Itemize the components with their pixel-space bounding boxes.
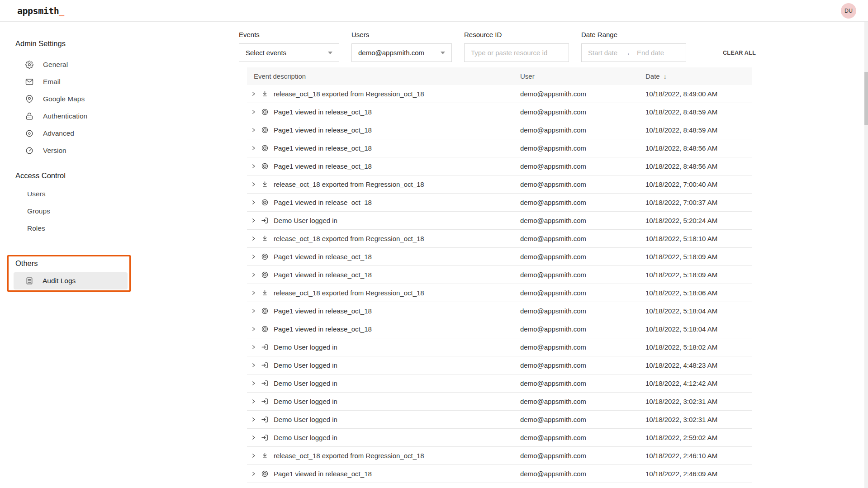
event-description-cell: Demo User logged in	[247, 433, 520, 442]
date-cell: 10/18/2022, 8:48:56 AM	[645, 162, 752, 170]
chevron-down-icon	[328, 52, 332, 54]
table-header-row: Event description User Date ↓	[247, 67, 752, 85]
users-select[interactable]: demo@appsmith.com	[351, 43, 452, 62]
expand-chevron-right-icon[interactable]	[249, 325, 258, 334]
user-cell: demo@appsmith.com	[520, 307, 645, 315]
audit-log-row: Demo User logged in demo@appsmith.com 10…	[247, 374, 752, 393]
audit-log-row: release_oct_18 exported from Regression_…	[247, 85, 752, 103]
audit-log-row: Demo User logged in demo@appsmith.com 10…	[247, 429, 752, 447]
event-description-cell: Page1 viewed in release_oct_18	[247, 108, 520, 117]
expand-chevron-right-icon[interactable]	[249, 379, 258, 388]
others-list: Audit Logs	[0, 272, 231, 289]
audit-log-icon	[25, 277, 33, 285]
events-select[interactable]: Select events	[239, 43, 339, 62]
event-description-text: Demo User logged in	[274, 398, 337, 405]
event-description-cell: Demo User logged in	[247, 361, 520, 370]
sidebar-item-email[interactable]: Email	[0, 73, 231, 90]
user-cell: demo@appsmith.com	[520, 199, 645, 206]
expand-chevron-right-icon[interactable]	[249, 180, 258, 189]
expand-chevron-right-icon[interactable]	[249, 108, 258, 117]
expand-chevron-right-icon[interactable]	[249, 289, 258, 298]
sidebar-item-authentication[interactable]: Authentication	[0, 108, 231, 125]
expand-chevron-right-icon[interactable]	[249, 397, 258, 406]
event-description-cell: Page1 viewed in release_oct_18	[247, 469, 520, 479]
expand-chevron-right-icon[interactable]	[249, 415, 258, 424]
date-cell: 10/18/2022, 3:02:31 AM	[645, 398, 752, 405]
event-description-cell: Page1 viewed in release_oct_18	[247, 325, 520, 334]
event-description-cell: Page1 viewed in release_oct_18	[247, 270, 520, 280]
clear-all-button[interactable]: CLEAR ALL	[723, 50, 756, 56]
date-range-filter-label: Date Range	[581, 30, 686, 40]
section-title-others: Others	[0, 258, 231, 269]
eye-icon	[261, 162, 269, 170]
expand-chevron-right-icon[interactable]	[249, 162, 258, 171]
eye-icon	[261, 253, 269, 261]
date-cell: 10/18/2022, 2:59:02 AM	[645, 434, 752, 441]
event-description-text: release_oct_18 exported from Regression_…	[274, 90, 424, 98]
sidebar-item-label: Roles	[27, 224, 45, 232]
sidebar-item-groups[interactable]: Groups	[0, 203, 231, 220]
scrollbar-thumb[interactable]	[864, 72, 868, 125]
expand-chevron-right-icon[interactable]	[249, 270, 258, 280]
date-cell: 10/18/2022, 5:18:09 AM	[645, 271, 752, 279]
audit-log-row: release_oct_18 exported from Regression_…	[247, 284, 752, 302]
login-icon	[261, 398, 269, 405]
sidebar-item-label: General	[43, 61, 68, 69]
event-description-text: Page1 viewed in release_oct_18	[274, 325, 372, 333]
expand-chevron-right-icon[interactable]	[249, 252, 258, 261]
sidebar-item-roles[interactable]: Roles	[0, 220, 231, 237]
column-header-user: User	[520, 72, 645, 80]
expand-chevron-right-icon[interactable]	[249, 307, 258, 316]
user-cell: demo@appsmith.com	[520, 235, 645, 242]
event-description-text: Demo User logged in	[274, 416, 337, 423]
vertical-scrollbar[interactable]	[864, 22, 868, 488]
date-range-input[interactable]: Start date → End date	[581, 43, 686, 62]
audit-log-row: Demo User logged in demo@appsmith.com 10…	[247, 212, 752, 230]
expand-chevron-right-icon[interactable]	[249, 343, 258, 352]
sidebar-item-google-maps[interactable]: Google Maps	[0, 90, 231, 108]
eye-icon	[261, 199, 269, 206]
audit-log-row: release_oct_18 exported from Regression_…	[247, 447, 752, 465]
access-control-list: Users Groups Roles	[0, 185, 231, 237]
user-cell: demo@appsmith.com	[520, 343, 645, 351]
event-description-text: Demo User logged in	[274, 343, 337, 351]
sidebar-item-advanced[interactable]: Advanced	[0, 125, 231, 142]
expand-chevron-right-icon[interactable]	[249, 469, 258, 479]
appsmith-logo[interactable]: appsmith_	[17, 5, 64, 16]
sidebar-item-users[interactable]: Users	[0, 185, 231, 203]
date-cell: 10/18/2022, 8:48:56 AM	[645, 144, 752, 152]
resource-id-filter-group: Resource ID Type or paste resource id	[464, 30, 569, 62]
column-header-date[interactable]: Date ↓	[645, 72, 752, 80]
audit-log-row: Page1 viewed in release_oct_18 demo@apps…	[247, 139, 752, 157]
audit-log-row: Page1 viewed in release_oct_18 demo@apps…	[247, 157, 752, 175]
map-pin-icon	[25, 95, 33, 103]
event-description-text: Page1 viewed in release_oct_18	[274, 253, 372, 261]
logo-cursor: _	[59, 5, 64, 16]
user-cell: demo@appsmith.com	[520, 416, 645, 423]
sidebar-item-audit-logs[interactable]: Audit Logs	[14, 272, 128, 289]
event-description-text: Page1 viewed in release_oct_18	[274, 271, 372, 279]
sidebar-item-version[interactable]: Version	[0, 142, 231, 159]
expand-chevron-right-icon[interactable]	[249, 144, 258, 153]
event-description-text: Page1 viewed in release_oct_18	[274, 126, 372, 134]
avatar[interactable]: DU	[841, 3, 856, 19]
sidebar-item-general[interactable]: General	[0, 56, 231, 73]
user-cell: demo@appsmith.com	[520, 434, 645, 441]
expand-chevron-right-icon[interactable]	[249, 433, 258, 442]
resource-id-input[interactable]: Type or paste resource id	[464, 43, 569, 62]
expand-chevron-right-icon[interactable]	[249, 126, 258, 135]
audit-log-row: Page1 viewed in release_oct_18 demo@apps…	[247, 302, 752, 320]
expand-chevron-right-icon[interactable]	[249, 361, 258, 370]
audit-log-row: Demo User logged in demo@appsmith.com 10…	[247, 411, 752, 429]
expand-chevron-right-icon[interactable]	[249, 234, 258, 243]
audit-logs-page: appsmith_ DU Admin Settings General Emai…	[0, 0, 868, 488]
expand-chevron-right-icon[interactable]	[249, 90, 258, 99]
date-cell: 10/18/2022, 7:00:40 AM	[645, 180, 752, 188]
event-description-text: Demo User logged in	[274, 434, 337, 441]
expand-chevron-right-icon[interactable]	[249, 451, 258, 460]
expand-chevron-right-icon[interactable]	[249, 198, 258, 207]
event-description-cell: Page1 viewed in release_oct_18	[247, 162, 520, 171]
expand-chevron-right-icon[interactable]	[249, 216, 258, 225]
date-header-label: Date	[645, 72, 660, 80]
date-cell: 10/18/2022, 8:48:59 AM	[645, 108, 752, 116]
